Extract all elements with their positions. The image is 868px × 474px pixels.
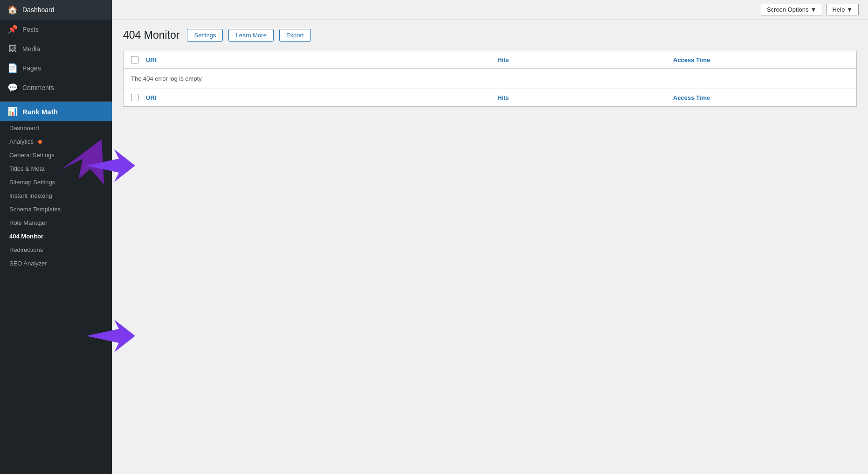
screen-options-button[interactable]: Screen Options ▼ [761, 4, 822, 15]
sidebar-item-label: Schema Templates [9, 206, 61, 213]
sidebar-wp-section: 🏠 Dashboard 📌 Posts 🖼 Media 📄 Pages 💬 Co… [0, 0, 112, 102]
comments-icon: 💬 [7, 83, 18, 93]
sidebar-item-media[interactable]: 🖼 Media [0, 39, 112, 58]
page-title: 404 Monitor [123, 29, 179, 42]
sidebar-item-label: Instant Indexing [9, 192, 52, 199]
sidebar-item-rank-math[interactable]: 📊 Rank Math [0, 102, 112, 121]
sidebar-item-rm-dashboard[interactable]: Dashboard [0, 121, 112, 135]
help-label: Help [832, 6, 845, 13]
chevron-down-icon: ▼ [811, 6, 817, 13]
404-monitor-table: URI Hits Access Time The 404 error log i… [123, 51, 857, 107]
table-empty-row: The 404 error log is empty. [124, 69, 856, 89]
sidebar-item-label: 404 Monitor [9, 233, 43, 240]
learn-more-button[interactable]: Learn More [228, 29, 273, 42]
sidebar-item-rm-titles-meta[interactable]: Titles & Meta [0, 162, 112, 175]
rank-math-label: Rank Math [22, 108, 58, 116]
sidebar-item-label: Titles & Meta [9, 165, 44, 172]
sidebar-item-rm-schema-templates[interactable]: Schema Templates [0, 202, 112, 216]
posts-icon: 📌 [7, 24, 18, 35]
page-header: 404 Monitor Settings Learn More Export [123, 29, 857, 42]
analytics-badge [38, 140, 42, 144]
col-access-time-label: Access Time [673, 94, 710, 101]
sidebar-item-label: Redirections [9, 246, 43, 253]
settings-button[interactable]: Settings [187, 29, 223, 42]
sidebar-item-rm-404-monitor[interactable]: 404 Monitor [0, 230, 112, 243]
help-button[interactable]: Help ▼ [826, 4, 859, 15]
sidebar-item-comments[interactable]: 💬 Comments [0, 78, 112, 98]
sidebar-item-rm-instant-indexing[interactable]: Instant Indexing [0, 189, 112, 202]
export-button[interactable]: Export [279, 29, 311, 42]
sidebar-item-pages[interactable]: 📄 Pages [0, 58, 112, 78]
empty-message: The 404 error log is empty. [131, 75, 203, 82]
sidebar-item-rm-role-manager[interactable]: Role Manager [0, 216, 112, 230]
sidebar-item-rm-redirections[interactable]: Redirections [0, 243, 112, 257]
select-all-checkbox-top[interactable] [131, 56, 138, 63]
table-col-hits-top[interactable]: Hits [497, 56, 673, 63]
col-uri-label: URI [146, 94, 156, 101]
table-col-access-time-bottom[interactable]: Access Time [673, 94, 849, 101]
dashboard-icon: 🏠 [7, 5, 18, 15]
media-icon: 🖼 [7, 44, 18, 54]
top-bar: Screen Options ▼ Help ▼ [112, 0, 868, 20]
sidebar-item-dashboard[interactable]: 🏠 Dashboard [0, 0, 112, 20]
table-col-uri-top[interactable]: URI [146, 56, 497, 63]
rank-math-icon: 📊 [7, 106, 18, 117]
sidebar-item-label: Analytics [9, 138, 34, 145]
col-hits-label: Hits [497, 56, 509, 63]
sidebar-item-label: Comments [22, 84, 54, 91]
pages-icon: 📄 [7, 63, 18, 73]
sidebar-item-label: Media [22, 45, 40, 53]
sidebar-item-rm-analytics[interactable]: Analytics [0, 135, 112, 148]
chevron-down-icon: ▼ [847, 6, 853, 13]
sidebar: 🏠 Dashboard 📌 Posts 🖼 Media 📄 Pages 💬 Co… [0, 0, 112, 474]
table-col-hits-bottom[interactable]: Hits [497, 94, 673, 101]
table-col-access-time-top[interactable]: Access Time [673, 56, 849, 63]
sidebar-item-label: Pages [22, 64, 41, 72]
select-all-checkbox-bottom[interactable] [131, 94, 138, 101]
sidebar-item-label: Dashboard [22, 6, 55, 14]
sidebar-item-label: SEO Analyzer [9, 260, 47, 267]
col-access-time-label: Access Time [673, 56, 710, 63]
table-header-top: URI Hits Access Time [124, 51, 856, 69]
sidebar-item-rm-sitemap[interactable]: Sitemap Settings [0, 175, 112, 189]
table-col-uri-bottom[interactable]: URI [146, 94, 497, 101]
sidebar-item-label: General Settings [9, 152, 55, 159]
page-content: 404 Monitor Settings Learn More Export U… [112, 20, 868, 474]
sidebar-item-rm-general-settings[interactable]: General Settings [0, 148, 112, 162]
sidebar-item-label: Sitemap Settings [9, 179, 55, 186]
sidebar-item-label: Posts [22, 26, 39, 33]
sidebar-item-posts[interactable]: 📌 Posts [0, 20, 112, 39]
col-hits-label: Hits [497, 94, 509, 101]
col-uri-label: URI [146, 56, 156, 63]
rank-math-section: 📊 Rank Math Dashboard Analytics General … [0, 102, 112, 270]
table-header-bottom: URI Hits Access Time [124, 89, 856, 106]
sidebar-item-label: Dashboard [9, 125, 39, 132]
sidebar-item-rm-seo-analyzer[interactable]: SEO Analyzer [0, 257, 112, 270]
sidebar-item-label: Role Manager [9, 219, 48, 226]
main-content: Screen Options ▼ Help ▼ 404 Monitor Sett… [112, 0, 868, 474]
screen-options-label: Screen Options [767, 6, 809, 13]
